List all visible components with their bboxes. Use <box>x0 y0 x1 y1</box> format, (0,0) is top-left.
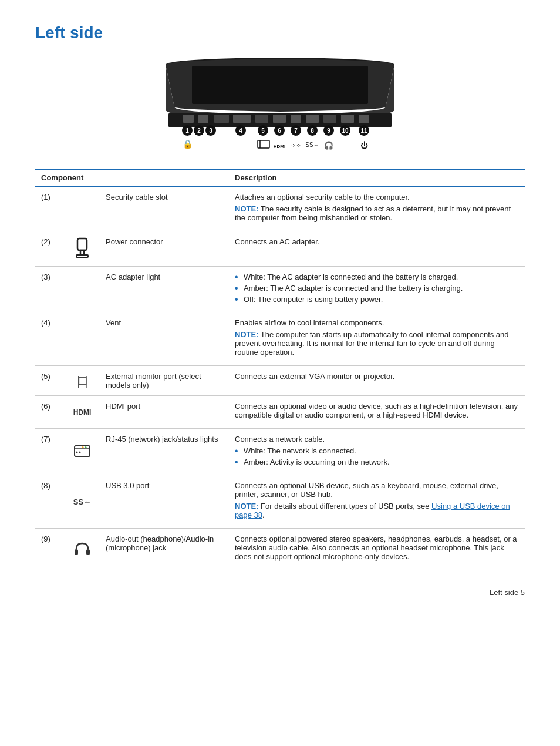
table-row: (5)|□|External monitor port (select mode… <box>35 366 525 396</box>
row-component-name: Audio-out (headphone)/Audio-in (micropho… <box>100 529 229 570</box>
row-description: Connects a network cable.White: The netw… <box>229 429 525 475</box>
table-row: (3)AC adapter lightWhite: The AC adapter… <box>35 267 525 312</box>
svg-rect-37 <box>258 140 269 148</box>
row-component-name: RJ-45 (network) jack/status lights <box>100 429 229 475</box>
svg-text:10: 10 <box>342 127 349 134</box>
svg-rect-9 <box>291 115 301 123</box>
row-component-name: HDMI port <box>100 396 229 429</box>
svg-text:⁘⁘: ⁘⁘ <box>291 142 301 149</box>
svg-rect-8 <box>273 115 286 123</box>
row-icon <box>65 186 100 231</box>
row-icon <box>65 529 100 570</box>
svg-rect-6 <box>233 115 251 123</box>
svg-text:2: 2 <box>197 127 201 134</box>
svg-rect-54 <box>86 549 90 555</box>
svg-rect-7 <box>255 115 268 123</box>
row-icon: HDMI <box>65 396 100 429</box>
svg-rect-46 <box>76 255 88 257</box>
svg-text:SS←: SS← <box>305 142 319 148</box>
table-row: (1)Security cable slotAttaches an option… <box>35 186 525 231</box>
usb-link[interactable]: Using a USB device on page 38 <box>235 502 510 519</box>
svg-rect-10 <box>306 115 319 123</box>
table-row: (8)SS←USB 3.0 portConnects an optional U… <box>35 475 525 529</box>
svg-rect-44 <box>77 238 87 250</box>
row-number: (2) <box>35 231 65 267</box>
svg-text:⏻: ⏻ <box>360 141 368 150</box>
row-icon: SS← <box>65 475 100 529</box>
svg-point-52 <box>85 446 87 448</box>
svg-text:HDMI: HDMI <box>274 144 285 149</box>
row-number: (3) <box>35 267 65 312</box>
components-table: Component Description (1)Security cable … <box>35 169 525 570</box>
row-icon <box>65 429 100 475</box>
row-number: (4) <box>35 312 65 366</box>
svg-rect-3 <box>183 115 194 123</box>
row-number: (1) <box>35 186 65 231</box>
svg-rect-4 <box>198 115 208 123</box>
row-number: (9) <box>35 529 65 570</box>
row-description: Enables airflow to cool internal compone… <box>229 312 525 366</box>
svg-rect-1 <box>192 66 368 104</box>
svg-text:3: 3 <box>209 127 212 134</box>
row-number: (6) <box>35 396 65 429</box>
table-row: (4)VentEnables airflow to cool internal … <box>35 312 525 366</box>
svg-rect-12 <box>341 115 354 123</box>
row-component-name: AC adapter light <box>100 267 229 312</box>
svg-point-49 <box>76 451 78 453</box>
page-footer: Left side 5 <box>35 588 525 597</box>
table-row: (9) Audio-out (headphone)/Audio-in (micr… <box>35 529 525 570</box>
page-title: Left side <box>35 23 525 42</box>
row-description: White: The AC adapter is connected and t… <box>229 267 525 312</box>
row-icon <box>65 231 100 267</box>
row-number: (7) <box>35 429 65 475</box>
svg-text:1: 1 <box>185 127 189 134</box>
row-component-name: Security cable slot <box>100 186 229 231</box>
svg-text:🎧: 🎧 <box>324 140 334 150</box>
header-component: Component <box>35 169 229 186</box>
table-header-row: Component Description <box>35 169 525 186</box>
svg-text:6: 6 <box>278 127 281 134</box>
svg-rect-13 <box>359 115 369 123</box>
header-description: Description <box>229 169 525 186</box>
svg-text:🔒: 🔒 <box>183 139 193 149</box>
row-description: Connects an optional video or audio devi… <box>229 396 525 429</box>
row-icon <box>65 267 100 312</box>
row-number: (8) <box>35 475 65 529</box>
table-row: (2) Power connectorConnects an AC adapte… <box>35 231 525 267</box>
row-component-name: Power connector <box>100 231 229 267</box>
svg-text:8: 8 <box>311 127 314 134</box>
row-description: Connects an optional USB device, such as… <box>229 475 525 529</box>
footer-text: Left side 5 <box>490 588 525 597</box>
row-icon <box>65 312 100 366</box>
row-component-name: USB 3.0 port <box>100 475 229 529</box>
row-component-name: External monitor port (select models onl… <box>100 366 229 396</box>
svg-rect-11 <box>323 115 336 123</box>
svg-text:9: 9 <box>327 127 330 134</box>
svg-rect-45 <box>80 250 84 255</box>
row-component-name: Vent <box>100 312 229 366</box>
table-row: (7) RJ-45 (network) jack/status lightsCo… <box>35 429 525 475</box>
svg-rect-5 <box>214 115 229 123</box>
table-row: (6)HDMIHDMI portConnects an optional vid… <box>35 396 525 429</box>
row-number: (5) <box>35 366 65 396</box>
row-description: Connects optional powered stereo speaker… <box>229 529 525 570</box>
svg-rect-53 <box>75 549 78 555</box>
row-icon: |□| <box>65 366 100 396</box>
row-description: Connects an external VGA monitor or proj… <box>229 366 525 396</box>
svg-point-50 <box>79 451 81 453</box>
svg-text:7: 7 <box>294 127 298 134</box>
svg-text:11: 11 <box>360 127 367 134</box>
row-description: Connects an AC adapter. <box>229 231 525 267</box>
svg-point-51 <box>82 446 84 448</box>
row-description: Attaches an optional security cable to t… <box>229 186 525 231</box>
svg-text:4: 4 <box>239 127 242 134</box>
svg-text:5: 5 <box>261 127 265 134</box>
laptop-image: 1 2 3 4 5 6 7 8 9 10 11 🔒 HDMI ⁘⁘ SS← <box>35 54 525 151</box>
